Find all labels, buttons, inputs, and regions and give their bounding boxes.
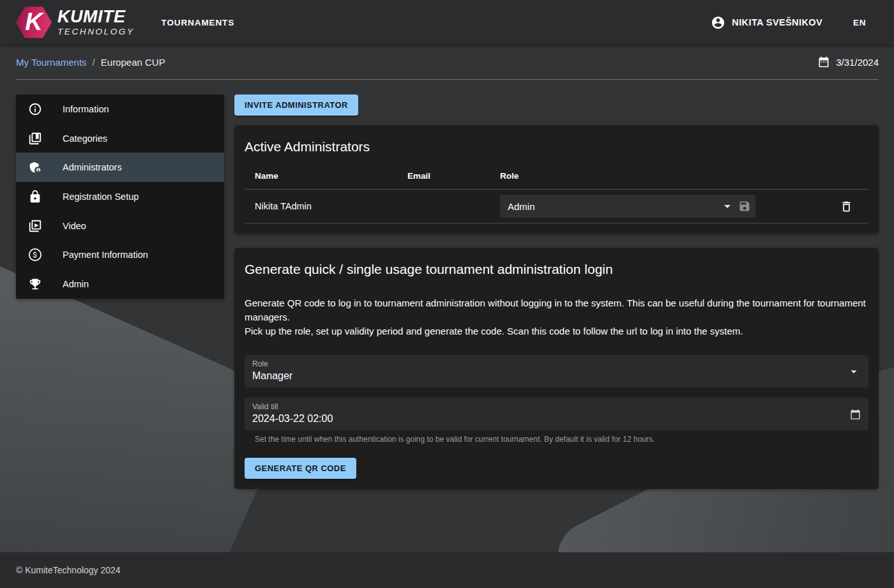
sidebar: Information Categories Administrators Re… bbox=[16, 94, 224, 299]
chevron-down-icon bbox=[720, 199, 735, 214]
generate-description-1: Generate QR code to log in to tournament… bbox=[245, 296, 868, 324]
sidebar-item-label: Categories bbox=[63, 133, 107, 144]
tournament-date: 3/31/2024 bbox=[817, 56, 879, 68]
logo-subtitle: TECHNOLOGY bbox=[57, 27, 135, 36]
admin-name-cell: Nikita TAdmin bbox=[245, 201, 407, 211]
sidebar-item-admin[interactable]: Admin bbox=[16, 269, 224, 299]
video-library-icon bbox=[27, 218, 43, 234]
info-icon bbox=[27, 102, 43, 117]
save-role-button[interactable] bbox=[735, 197, 754, 216]
date-value: 3/31/2024 bbox=[836, 57, 879, 68]
content-area: Information Categories Administrators Re… bbox=[0, 80, 894, 552]
breadcrumb-separator: / bbox=[93, 57, 95, 68]
column-header-name: Name bbox=[245, 171, 407, 181]
role-field-value: Manager bbox=[252, 370, 840, 382]
trash-icon bbox=[840, 200, 853, 213]
sidebar-item-payment-information[interactable]: Payment Information bbox=[16, 240, 224, 269]
table-header-row: Name Email Role bbox=[245, 171, 868, 190]
role-field-label: Role bbox=[252, 359, 840, 368]
admin-role-select[interactable]: Admin bbox=[500, 195, 755, 218]
logo-title: KUMITE bbox=[57, 8, 135, 26]
sidebar-item-label: Information bbox=[63, 104, 109, 114]
generate-login-card: Generate quick / single usage tournament… bbox=[234, 248, 879, 489]
valid-till-field[interactable]: Valid till 2024-03-22 02:00 bbox=[245, 398, 868, 430]
nav-tournaments[interactable]: TOURNAMENTS bbox=[162, 18, 235, 27]
logo-letter: K bbox=[25, 10, 42, 34]
breadcrumb-current: European CUP bbox=[101, 57, 165, 68]
column-header-role: Role bbox=[500, 171, 824, 181]
sidebar-item-label: Admin bbox=[63, 279, 89, 289]
breadcrumb-my-tournaments[interactable]: My Tournaments bbox=[16, 57, 87, 68]
datepicker-calendar-icon[interactable] bbox=[850, 409, 861, 419]
footer: © KumiteTechnology 2024 bbox=[0, 552, 894, 588]
sidebar-item-video[interactable]: Video bbox=[16, 211, 224, 241]
chevron-down-icon bbox=[847, 365, 861, 379]
language-switcher[interactable]: EN bbox=[853, 18, 866, 27]
sidebar-item-administrators[interactable]: Administrators bbox=[16, 153, 224, 182]
payment-icon bbox=[27, 247, 43, 262]
breadcrumb: My Tournaments / European CUP bbox=[16, 57, 165, 68]
account-icon bbox=[711, 15, 725, 30]
invite-administrator-button[interactable]: INVITE ADMINISTRATOR bbox=[234, 94, 358, 116]
delete-administrator-button[interactable] bbox=[837, 197, 856, 216]
generate-qr-code-button[interactable]: GENERATE QR CODE bbox=[245, 458, 356, 479]
admin-role-value: Admin bbox=[508, 201, 720, 212]
sidebar-item-categories[interactable]: Categories bbox=[16, 124, 224, 153]
user-name: NIKITA SVEŠNIKOV bbox=[732, 17, 822, 27]
main-panel: INVITE ADMINISTRATOR Active Administrato… bbox=[234, 94, 879, 489]
sidebar-item-label: Administrators bbox=[63, 162, 122, 172]
breadcrumb-bar: My Tournaments / European CUP 3/31/2024 bbox=[16, 45, 879, 80]
sidebar-item-label: Registration Setup bbox=[63, 192, 139, 202]
active-administrators-title: Active Administrators bbox=[245, 139, 868, 155]
column-header-email: Email bbox=[407, 171, 500, 181]
active-administrators-card: Active Administrators Name Email Role Ni… bbox=[234, 125, 879, 234]
administrators-table: Name Email Role Nikita TAdmin Admin bbox=[245, 171, 868, 223]
table-row: Nikita TAdmin Admin bbox=[245, 190, 868, 223]
top-navbar: K KUMITE TECHNOLOGY TOURNAMENTS NIKITA S… bbox=[0, 0, 894, 45]
valid-till-field-value: 2024-03-22 02:00 bbox=[252, 413, 840, 425]
generate-description-2: Pick up the role, set up validity period… bbox=[245, 324, 868, 338]
user-menu[interactable]: NIKITA SVEŠNIKOV bbox=[711, 15, 822, 30]
valid-till-helper-text: Set the time until when this authenticat… bbox=[255, 435, 868, 444]
logo-hexagon-icon: K bbox=[16, 6, 52, 39]
categories-icon bbox=[27, 131, 43, 146]
admin-shield-icon bbox=[27, 160, 43, 175]
sidebar-item-registration-setup[interactable]: Registration Setup bbox=[16, 182, 224, 211]
sidebar-item-information[interactable]: Information bbox=[16, 94, 224, 124]
calendar-icon bbox=[817, 56, 830, 68]
lock-icon bbox=[27, 189, 43, 204]
sidebar-item-label: Video bbox=[63, 221, 86, 231]
trophy-icon bbox=[27, 276, 43, 292]
kumite-logo[interactable]: K KUMITE TECHNOLOGY bbox=[16, 6, 135, 39]
generate-login-title: Generate quick / single usage tournament… bbox=[245, 262, 868, 277]
role-field[interactable]: Role Manager bbox=[245, 355, 868, 388]
sidebar-item-label: Payment Information bbox=[63, 250, 148, 260]
save-icon bbox=[738, 200, 751, 213]
copyright-text: © KumiteTechnology 2024 bbox=[16, 565, 121, 575]
valid-till-field-label: Valid till bbox=[252, 402, 840, 411]
